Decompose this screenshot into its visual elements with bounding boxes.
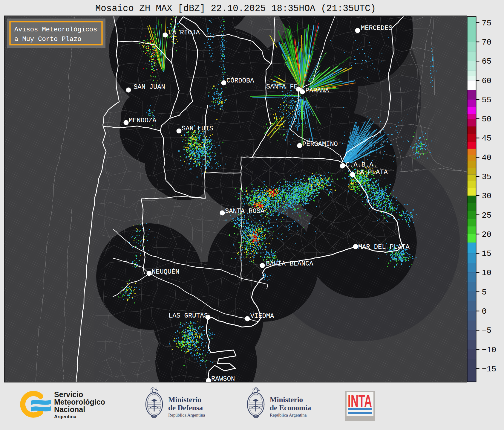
svg-text:Ministerio: Ministerio [270, 396, 303, 404]
svg-text:de Economía: de Economía [270, 404, 311, 412]
svg-text:LA RIOJA: LA RIOJA [168, 29, 200, 36]
svg-text:INTA: INTA [348, 391, 372, 411]
svg-text:−5: −5 [482, 326, 491, 335]
svg-text:10: 10 [482, 269, 491, 277]
svg-text:MENDOZA: MENDOZA [129, 117, 157, 124]
svg-text:C.A.B.A.: C.A.B.A. [346, 161, 377, 169]
svg-text:SANTA FE: SANTA FE [266, 83, 298, 91]
svg-text:Argentina: Argentina [54, 414, 76, 419]
svg-text:50: 50 [482, 115, 491, 124]
svg-text:LA PLATA: LA PLATA [356, 169, 388, 176]
svg-text:−10: −10 [482, 346, 497, 355]
svg-text:República Argentina: República Argentina [270, 413, 307, 417]
svg-text:PERGAMINO: PERGAMINO [302, 141, 338, 148]
svg-text:55: 55 [482, 96, 491, 105]
svg-text:de Defensa: de Defensa [168, 404, 203, 412]
svg-text:Ministerio: Ministerio [168, 396, 201, 404]
svg-text:RAWSON: RAWSON [211, 375, 235, 382]
svg-text:15: 15 [482, 249, 491, 258]
svg-text:60: 60 [482, 77, 491, 86]
svg-text:SAN JUAN: SAN JUAN [134, 83, 165, 91]
svg-text:5: 5 [482, 288, 487, 297]
svg-text:75: 75 [482, 19, 491, 28]
svg-text:45: 45 [482, 134, 491, 143]
svg-text:República Argentina: República Argentina [168, 413, 205, 417]
svg-text:VIEDMA: VIEDMA [250, 312, 274, 320]
svg-text:a Muy Corto Plazo: a Muy Corto Plazo [14, 36, 81, 43]
svg-text:PARANÁ: PARANÁ [305, 87, 329, 94]
svg-text:40: 40 [482, 153, 491, 162]
svg-text:CÓRDOBA: CÓRDOBA [226, 77, 254, 85]
svg-text:25: 25 [482, 211, 491, 220]
svg-text:20: 20 [482, 230, 491, 239]
svg-text:MAR DEL PLATA: MAR DEL PLATA [358, 243, 410, 251]
svg-text:SAN LUIS: SAN LUIS [182, 125, 213, 132]
svg-text:0: 0 [482, 307, 487, 316]
svg-text:35: 35 [482, 173, 491, 182]
svg-text:30: 30 [482, 192, 491, 201]
svg-text:LAS GRUTAS: LAS GRUTAS [168, 312, 208, 320]
svg-text:70: 70 [482, 38, 491, 47]
svg-text:Meteorológico: Meteorológico [54, 398, 105, 406]
svg-text:Nacional: Nacional [54, 405, 85, 414]
svg-text:65: 65 [482, 57, 491, 66]
svg-text:Servicio: Servicio [54, 390, 83, 399]
svg-text:BAHÍA BLANCA: BAHÍA BLANCA [266, 260, 313, 268]
svg-text:−15: −15 [482, 365, 497, 374]
svg-text:Avisos Meteorológicos: Avisos Meteorológicos [14, 26, 97, 33]
svg-text:SANTA ROSA: SANTA ROSA [225, 208, 265, 215]
svg-text:MERCEDES: MERCEDES [361, 25, 393, 32]
svg-text:NEUQUÉN: NEUQUÉN [152, 268, 179, 276]
